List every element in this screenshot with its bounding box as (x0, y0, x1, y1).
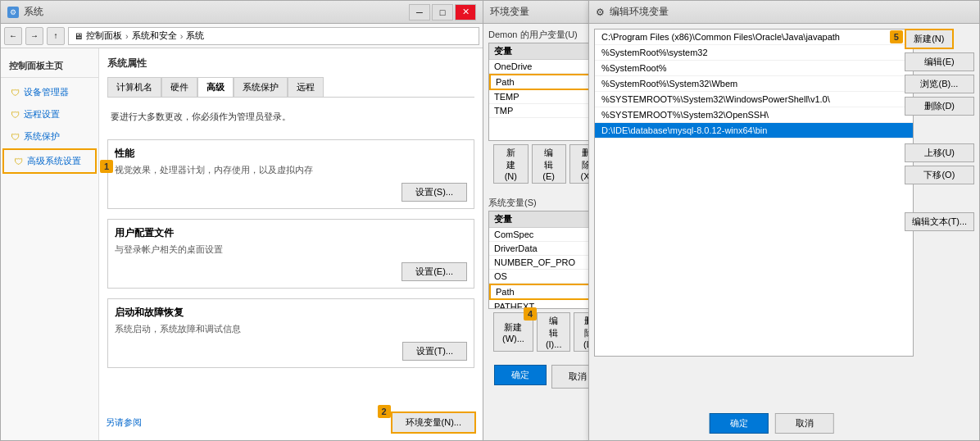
path-sep1: › (125, 31, 129, 41)
edit-ok-button[interactable]: 确定 (710, 413, 769, 434)
list-item[interactable]: %SystemRoot%\System32\Wbem (595, 76, 913, 92)
edit-title-text: 编辑环境变量 (610, 5, 669, 19)
var-name: TMP (494, 106, 539, 116)
path-value: C:\Program Files (x86)\Common Files\Orac… (601, 32, 840, 42)
var-name: DriverData (494, 243, 539, 253)
user-profile-section: 用户配置文件 与登录帐户相关的桌面设置 设置(E)... (107, 219, 474, 289)
list-item[interactable]: %SystemRoot%\system32 (595, 45, 913, 61)
system-var-col-name: 变量 (494, 213, 512, 225)
sidebar: 控制面板主页 🛡 设备管理器 🛡 远程设置 🛡 系统保护 🛡 高级系统设置 1 (1, 48, 99, 440)
var-name: TEMP (494, 92, 539, 102)
var-name: OS (494, 271, 539, 281)
move-down-button[interactable]: 下移(O) (905, 166, 974, 184)
user-profile-title: 用户配置文件 (115, 226, 467, 240)
user-edit-button[interactable]: 编辑(E) (532, 144, 566, 184)
tab-hardware[interactable]: 硬件 (161, 77, 197, 97)
main-layout: 控制面板主页 🛡 设备管理器 🛡 远程设置 🛡 系统保护 🛡 高级系统设置 1 (1, 48, 483, 440)
address-bar: ← → ↑ 🖥 控制面板 › 系统和安全 › 系统 (1, 24, 483, 48)
sidebar-item-label: 系统保护 (24, 130, 60, 143)
system-titlebar: ⚙ 系统 ─ □ ✕ (1, 1, 483, 24)
new-path-button[interactable]: 新建(N) (905, 29, 954, 49)
sidebar-item-label: 高级系统设置 (27, 155, 81, 167)
edit-path-button[interactable]: 编辑(E) (905, 52, 974, 71)
var-name: NUMBER_OF_PRO (494, 257, 575, 267)
step-3-label: 3 (488, 285, 489, 298)
startup-desc: 系统启动，系统故障和调试信息 (115, 323, 467, 335)
back-button[interactable]: ← (4, 27, 22, 45)
step-4-label: 4 (524, 307, 537, 321)
performance-section: 性能 视觉效果，处理器计划，内存使用，以及虚拟内存 设置(S)... (107, 139, 474, 209)
user-new-button[interactable]: 新建(N) (493, 144, 529, 184)
list-item[interactable]: %SystemRoot% (595, 61, 913, 76)
device-manager-icon: 🛡 (9, 87, 20, 98)
env-ok-button[interactable]: 确定 (494, 365, 547, 385)
path-value: %SYSTEMROOT%\System32\OpenSSH\ (601, 110, 769, 120)
var-name: OneDrive (494, 61, 539, 71)
user-profile-settings-button[interactable]: 设置(E)... (402, 262, 467, 281)
sidebar-item-remote[interactable]: 🛡 远程设置 (1, 103, 98, 125)
delete-path-button[interactable]: 删除(D) (905, 97, 974, 116)
window-controls: ─ □ ✕ (409, 4, 476, 20)
path-list[interactable]: C:\Program Files (x86)\Common Files\Orac… (594, 29, 914, 357)
list-item[interactable]: %SYSTEMROOT%\System32\WindowsPowerShell\… (595, 92, 913, 107)
edit-cancel-button[interactable]: 取消 (775, 413, 834, 434)
sidebar-header: 控制面板主页 (1, 55, 98, 78)
list-item[interactable]: C:\Program Files (x86)\Common Files\Orac… (595, 30, 913, 45)
system-icon: ⚙ (7, 7, 19, 18)
sidebar-item-advanced-settings[interactable]: 🛡 高级系统设置 (2, 148, 97, 174)
path-value: %SystemRoot% (601, 63, 666, 73)
another-ref-label: 另请参阅 (106, 416, 142, 429)
performance-desc: 视觉效果，处理器计划，内存使用，以及虚拟内存 (115, 164, 467, 176)
edit-dialog-title: ⚙ 编辑环境变量 (589, 1, 979, 24)
var-name: ComSpec (494, 230, 539, 239)
edit-confirm-buttons: 确定 取消 (710, 413, 834, 434)
minimize-button[interactable]: ─ (409, 4, 430, 20)
sidebar-item-label: 设备管理器 (24, 86, 69, 98)
step-2-label: 2 (378, 405, 391, 418)
step-5-label: 5 (890, 30, 903, 43)
edit-text-button[interactable]: 编辑文本(T)... (905, 212, 974, 231)
system-window: ⚙ 系统 ─ □ ✕ ← → ↑ 🖥 控制面板 › 系统和安全 › 系统 控制面… (0, 0, 483, 441)
performance-title: 性能 (115, 147, 467, 161)
path-value: %SystemRoot%\system32 (601, 48, 708, 57)
forward-button[interactable]: → (25, 27, 43, 45)
system-protection-icon: 🛡 (9, 131, 20, 143)
list-item[interactable]: %SYSTEMROOT%\System32\OpenSSH\ (595, 107, 913, 123)
path-part2: 系统和安全 (132, 30, 177, 42)
warning-text: 要进行大多数更改，你必须作为管理员登录。 (107, 107, 474, 126)
remote-icon: 🛡 (9, 109, 20, 120)
sidebar-item-device-manager[interactable]: 🛡 设备管理器 (1, 81, 98, 103)
tab-advanced[interactable]: 高级 (197, 77, 234, 97)
env-variables-button[interactable]: 环境变量(N)... (391, 411, 476, 434)
maximize-button[interactable]: □ (432, 4, 453, 20)
startup-settings-button[interactable]: 设置(T)... (402, 342, 467, 361)
path-value: %SYSTEMROOT%\System32\WindowsPowerShell\… (601, 94, 830, 104)
startup-title: 启动和故障恢复 (115, 306, 467, 320)
user-profile-desc: 与登录帐户相关的桌面设置 (115, 243, 467, 256)
path-icon: 🖥 (74, 31, 83, 41)
system-prop-title: 系统属性 (107, 57, 474, 70)
list-item[interactable]: D:\IDE\database\mysql-8.0.12-winx64\bin (595, 123, 913, 139)
address-path[interactable]: 🖥 控制面板 › 系统和安全 › 系统 (68, 27, 479, 45)
sidebar-item-system-protection[interactable]: 🛡 系统保护 (1, 125, 98, 148)
edit-dialog: ⚙ 编辑环境变量 C:\Program Files (x86)\Common F… (588, 0, 980, 441)
browse-path-button[interactable]: 浏览(B)... (905, 75, 974, 93)
tab-bar: 计算机名 硬件 高级 系统保护 远程 (107, 77, 474, 98)
tab-system-protection[interactable]: 系统保护 (234, 77, 288, 97)
right-action-buttons: 5 新建(N) 编辑(E) 浏览(B)... 删除(D) 上移(U) 下移(O)… (905, 29, 974, 231)
user-var-col-name: 变量 (494, 45, 512, 57)
system-edit-button[interactable]: 编辑(I)... (537, 312, 571, 352)
close-button[interactable]: ✕ (455, 4, 476, 20)
path-sep2: › (180, 31, 184, 41)
step-1-label: 1 (100, 160, 113, 173)
performance-settings-button[interactable]: 设置(S)... (402, 183, 467, 202)
startup-section: 启动和故障恢复 系统启动，系统故障和调试信息 设置(T)... (107, 298, 474, 368)
sidebar-item-label: 远程设置 (24, 108, 60, 120)
advanced-settings-icon: 🛡 (12, 156, 24, 167)
tab-computer-name[interactable]: 计算机名 (107, 77, 161, 97)
content-area: 系统属性 计算机名 硬件 高级 系统保护 远程 要进行大多数更改，你必须作为管理… (99, 48, 483, 440)
tab-remote[interactable]: 远程 (288, 77, 324, 97)
up-button[interactable]: ↑ (47, 27, 65, 45)
system-title: 系统 (24, 5, 43, 19)
move-up-button[interactable]: 上移(U) (905, 143, 974, 162)
